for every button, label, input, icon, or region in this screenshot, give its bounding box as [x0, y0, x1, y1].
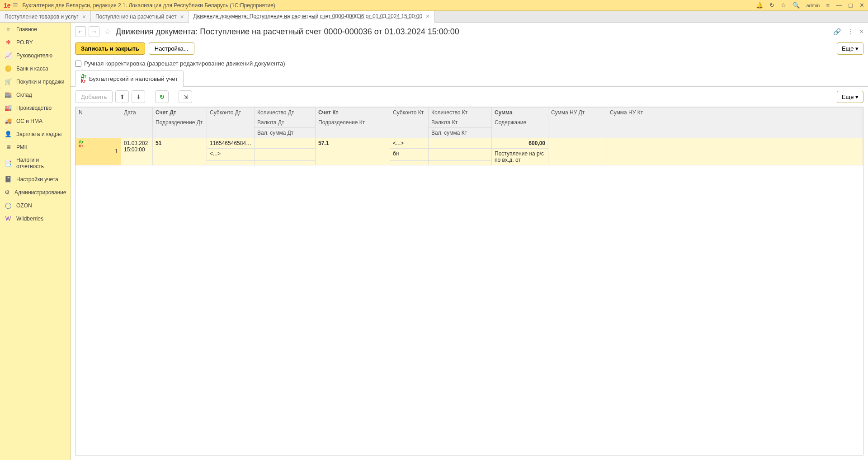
sidebar-item-label: Главное [16, 26, 37, 33]
cell-cur-kt[interactable] [429, 149, 492, 161]
cell-valsum-dt[interactable] [255, 160, 316, 165]
sidebar-item-warehouse[interactable]: 🏬Склад [0, 88, 70, 101]
table-more-button[interactable]: Еще ▾ [837, 91, 863, 103]
th-cur-dt[interactable]: Валюта Дт [255, 117, 316, 128]
sidebar-item-main[interactable]: ≡Главное [0, 23, 70, 36]
maximize-icon[interactable]: ◻ [848, 2, 853, 9]
sidebar-item-poby[interactable]: ✻PO.BY [0, 36, 70, 49]
th-acc-kt[interactable]: Счет Кт [316, 108, 390, 118]
nav-back-button[interactable]: ← [75, 26, 86, 37]
cell-sub-dt-2[interactable]: <...> [207, 149, 255, 161]
cell-sub-kt-1[interactable]: <...> [390, 138, 429, 149]
sidebar-item-admin[interactable]: ⚙Администрирование [0, 186, 70, 199]
home-icon: ≡ [5, 26, 12, 33]
cell-sub-dt-3[interactable] [207, 160, 255, 165]
move-up-button[interactable]: ⬆ [115, 90, 129, 103]
cell-valsum-kt[interactable] [429, 160, 492, 165]
sidebar-item-assets[interactable]: 🚚ОС и НМА [0, 114, 70, 127]
cell-acc-kt[interactable]: 57.1 [316, 138, 390, 165]
add-button[interactable]: Добавить [75, 90, 113, 103]
cell-sub-dt-1[interactable]: 116546546584… [207, 138, 255, 149]
cell-n-value: 1 [79, 148, 118, 155]
cell-qty-kt[interactable] [429, 138, 492, 149]
th-sub-kt[interactable]: Субконто Кт [390, 108, 429, 138]
move-down-button[interactable]: ⬇ [132, 90, 145, 103]
close-icon[interactable]: × [426, 13, 429, 20]
minimize-icon[interactable]: — [836, 2, 842, 9]
sidebar-item-label: Склад [16, 92, 32, 98]
settings-sliders-icon[interactable]: ≡ [826, 2, 830, 9]
sidebar-item-ozon[interactable]: ◯OZON [0, 199, 70, 212]
th-content[interactable]: Содержание [492, 117, 548, 138]
th-acc-dt[interactable]: Счет Дт [153, 108, 207, 118]
tab-goods-receipt[interactable]: Поступление товаров и услуг × [0, 11, 91, 22]
actionbar: Записать и закрыть Настройка... Еще ▾ [71, 41, 868, 58]
th-subdept-kt[interactable]: Подразделение Кт [316, 117, 390, 138]
th-date[interactable]: Дата [121, 108, 153, 138]
bell-icon[interactable]: 🔔 [756, 2, 763, 9]
cell-nu-dt[interactable] [548, 138, 607, 165]
search-icon[interactable]: 🔍 [793, 2, 800, 9]
th-valsum-dt[interactable]: Вал. сумма Дт [255, 128, 316, 138]
cell-qty-dt[interactable] [255, 138, 316, 149]
sidebar-item-manager[interactable]: 📈Руководителю [0, 49, 70, 62]
sidebar-item-sales[interactable]: 🛒Покупки и продажи [0, 75, 70, 88]
main-menu-icon[interactable]: ☰ [13, 2, 18, 9]
close-icon[interactable]: × [180, 13, 184, 20]
th-nu-dt[interactable]: Сумма НУ Дт [548, 108, 607, 138]
th-subdept-dt[interactable]: Подразделение Дт [153, 117, 207, 138]
history-icon[interactable]: ↻ [769, 2, 774, 9]
close-icon[interactable]: × [860, 28, 863, 35]
tab-label: Поступление товаров и услуг [5, 14, 79, 20]
th-sum[interactable]: Сумма [492, 108, 548, 118]
cell-n[interactable]: ДтКт 1 [76, 138, 121, 165]
th-valsum-kt[interactable]: Вал. сумма Кт [429, 128, 492, 138]
th-qty-dt[interactable]: Количество Дт [255, 108, 316, 118]
tab-document-movements[interactable]: Движения документа: Поступление на расче… [189, 11, 435, 23]
save-close-button[interactable]: Записать и закрыть [75, 42, 145, 55]
sidebar-item-manufacturing[interactable]: 🏭Производство [0, 101, 70, 114]
tab-bank-receipt[interactable]: Поступление на расчетный счет × [91, 11, 189, 22]
manual-correction-checkbox[interactable] [75, 61, 81, 67]
table-toolbar: Добавить ⬆ ⬇ ↻ ⇲ Еще ▾ [71, 87, 868, 107]
user-label[interactable]: admin [806, 3, 820, 8]
refresh-button[interactable]: ↻ [155, 90, 169, 103]
more-button[interactable]: Еще ▾ [837, 42, 863, 55]
inner-tabs: ДтКт Бухгалтерский и налоговый учет [71, 70, 868, 87]
sidebar-item-taxes[interactable]: 📑Налоги и отчетность [0, 154, 70, 173]
tab-accounting[interactable]: ДтКт Бухгалтерский и налоговый учет [75, 70, 184, 87]
nav-forward-button[interactable]: → [89, 26, 99, 37]
sidebar-item-wildberries[interactable]: WWildberries [0, 212, 70, 225]
titlebar-right: 🔔 ↻ ☆ 🔍 admin ≡ — ◻ ✕ [756, 2, 864, 9]
cell-sub-kt-2[interactable]: бн [390, 149, 429, 161]
cell-date[interactable]: 01.03.202 15:00:00 [121, 138, 153, 165]
favorite-icon[interactable]: ☆ [104, 27, 111, 37]
export-button[interactable]: ⇲ [179, 90, 192, 103]
th-qty-kt[interactable]: Количество Кт [429, 108, 492, 118]
settings-button[interactable]: Настройка... [149, 42, 194, 55]
sidebar-item-bank[interactable]: 🪙Банк и касса [0, 62, 70, 75]
more-vertical-icon[interactable]: ⋮ [847, 28, 854, 35]
sidebar-item-rmk[interactable]: 🖥РМК [0, 141, 70, 154]
cell-acc-dt[interactable]: 51 [153, 138, 207, 165]
cell-nu-kt[interactable] [607, 138, 863, 165]
cell-content[interactable]: Поступление на р/с по вх.д. от [492, 149, 548, 165]
table-wrap[interactable]: N Дата Счет Дт Субконто Дт Количество Дт… [75, 107, 863, 455]
sidebar-item-label: Руководителю [16, 52, 52, 59]
doc-header: ← → ☆ Движения документа: Поступление на… [71, 23, 868, 41]
link-icon[interactable]: 🔗 [833, 28, 841, 35]
close-window-icon[interactable]: ✕ [859, 2, 864, 9]
cell-sub-kt-3[interactable] [390, 160, 429, 165]
star-icon[interactable]: ☆ [781, 2, 786, 9]
th-cur-kt[interactable]: Валюта Кт [429, 117, 492, 128]
cell-cur-dt[interactable] [255, 149, 316, 161]
book-icon: 📓 [5, 176, 12, 183]
th-n[interactable]: N [76, 108, 121, 138]
th-sub-dt[interactable]: Субконто Дт [207, 108, 255, 138]
table-row[interactable]: ДтКт 1 01.03.202 15:00:00 51 11654654658… [76, 138, 863, 149]
close-icon[interactable]: × [82, 13, 86, 20]
sidebar-item-salary[interactable]: 👤Зарплата и кадры [0, 127, 70, 141]
cell-sum[interactable]: 600,00 [492, 138, 548, 149]
th-nu-kt[interactable]: Сумма НУ Кт [607, 108, 863, 138]
sidebar-item-accounting-settings[interactable]: 📓Настройки учета [0, 173, 70, 186]
